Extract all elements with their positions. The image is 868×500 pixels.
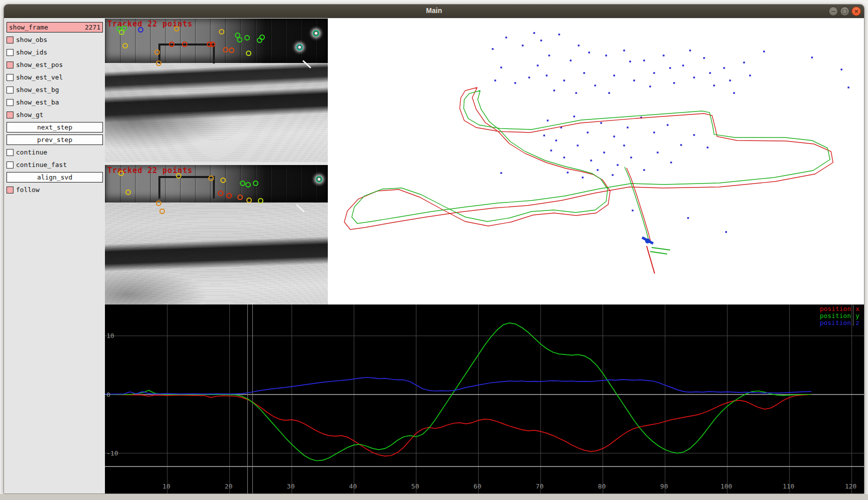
landmark-dot [546,74,547,76]
feature-circle [258,198,263,204]
show-frame-value: 2271 [85,24,100,31]
landmark-dot [500,66,502,68]
legend-label-z: position [820,319,851,326]
checkbox-show_est_vel[interactable] [6,74,13,81]
landmark-dot [612,174,613,176]
sidebar-item-prev_step[interactable]: prev_step [6,134,103,145]
position-plot[interactable]: 102030405060708090100110120100-10positio… [105,304,865,494]
landmark-dot [522,44,523,46]
plot-canvas: 102030405060708090100110120100-10positio… [105,304,865,494]
minimize-button[interactable]: − [829,6,838,16]
landmark-dot [693,76,695,78]
landmark-dot [848,86,849,88]
landmark-dot [682,64,684,66]
checkbox-label: show_est_pos [16,61,63,68]
checkbox-label: follow [16,186,39,194]
window-titlebar[interactable]: Main − □ × [4,4,864,18]
landmark-dot [603,152,605,153]
landmark-dot [547,120,548,121]
x-tick-label: 90 [660,482,668,490]
landmark-dot [528,76,530,78]
x-tick-label: 30 [287,482,295,490]
x-tick-label: 10 [162,482,170,490]
maximize-button[interactable]: □ [840,6,850,16]
landmark-dot [657,152,658,153]
landmark-dot [689,50,691,51]
checkbox-label: continue [16,148,47,156]
sidebar-item-show_est_vel[interactable]: show_est_vel [6,72,103,82]
landmark-dot [553,90,555,91]
landmark-dot [841,68,842,70]
checkbox-continue_fast[interactable] [6,162,13,168]
landmark-dot [723,67,725,68]
checkbox-show_est_bg[interactable] [6,86,13,94]
sidebar-item-next_step[interactable]: next_step [6,122,103,132]
landmark-dot [583,72,585,74]
landmark-dot [623,144,625,146]
camera-view-bottom[interactable]: Tracked 22 points [105,165,328,304]
button-label: align_svd [37,174,72,181]
landmark-dot [670,162,672,163]
checkbox-follow[interactable] [6,186,13,194]
sidebar-item-follow[interactable]: follow [6,184,103,195]
landmark-dot [729,80,731,81]
landmark-dot [643,169,645,170]
legend-label-x: position [820,305,851,312]
landmark-dot [649,86,651,87]
landmark-dot [550,150,552,151]
sidebar-items: show_obsshow_idsshow_est_posshow_est_vel… [6,34,103,195]
feature-circle [223,47,228,52]
landmark-dot [567,172,568,173]
sidebar-item-align_svd[interactable]: align_svd [6,172,103,182]
x-tick-label: 80 [598,482,606,490]
checkbox-show_ids[interactable] [6,49,13,56]
legend-letter-y: y [856,312,860,320]
feature-circle [156,200,161,206]
landmark-dot [707,146,708,148]
feature-circle [253,180,258,186]
feature-circle [176,173,181,178]
feature-circle [220,178,226,183]
close-button[interactable]: × [852,6,861,16]
sidebar-item-continue[interactable]: continue [6,147,103,158]
landmark-dot [629,60,631,62]
checkbox-show_est_pos[interactable] [6,62,13,68]
x-tick-label: 40 [349,482,357,490]
railing [158,176,214,178]
checkbox-show_gt[interactable] [6,112,13,118]
checkbox-continue[interactable] [6,149,13,156]
landmark-dot [663,54,664,56]
sidebar-item-show_est_bg[interactable]: show_est_bg [6,84,103,95]
sidebar-item-show_obs[interactable]: show_obs [6,34,103,45]
checkbox-label: continue_fast [16,161,67,168]
landmark-dot [563,156,565,158]
trajectory-3d-view[interactable] [328,18,865,308]
railing-post [158,176,160,198]
sidebar-item-show_gt[interactable]: show_gt [6,110,103,120]
show-frame-slider[interactable]: show_frame 2271 [6,22,103,32]
button-label: prev_step [37,136,72,144]
feature-circle [154,50,160,55]
x-tick-label: 50 [411,482,419,490]
sidebar-item-show_est_ba[interactable]: show_est_ba [6,97,103,108]
landmark-dot [673,82,675,84]
feature-circle [237,37,242,42]
landmark-dot [680,144,682,146]
legend-label-y: position [820,312,851,320]
window-bottom-edge [0,494,868,500]
sidebar-item-show_ids[interactable]: show_ids [6,47,103,58]
checkbox-show_obs[interactable] [6,36,13,44]
landmark-dot [600,122,602,124]
landmark-dot [555,140,557,141]
landmark-dot [713,84,715,86]
checkbox-show_est_ba[interactable] [6,99,13,106]
sidebar-item-show_est_pos[interactable]: show_est_pos [6,60,103,70]
camera-view-top[interactable]: Tracked 22 points [105,18,328,162]
landmark-dot [605,54,607,56]
landmark-dot [537,64,538,66]
legend-letter-z: z [856,319,860,326]
button-label: next_step [37,124,72,131]
feature-circle [174,26,179,32]
feature-circle [138,27,143,32]
sidebar-item-continue_fast[interactable]: continue_fast [6,160,103,170]
